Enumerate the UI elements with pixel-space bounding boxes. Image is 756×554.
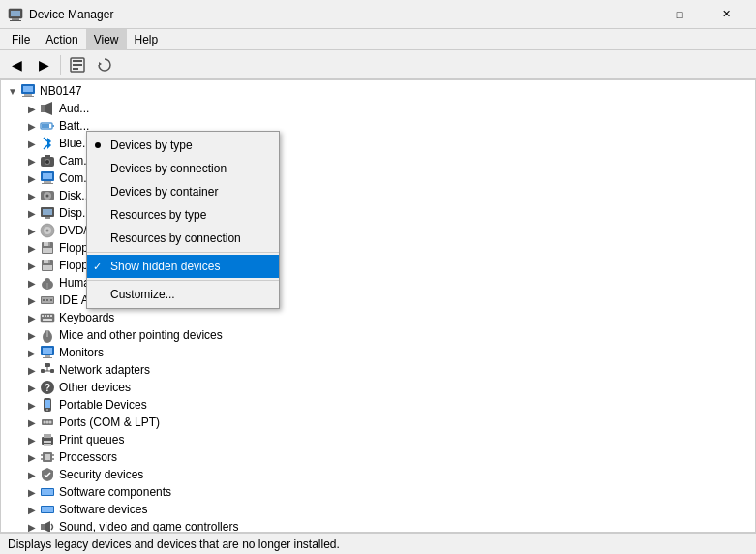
svg-rect-2 <box>12 18 19 20</box>
svg-rect-12 <box>22 96 34 97</box>
menu-resources-by-connection[interactable]: Resources by connection <box>87 227 279 250</box>
list-item[interactable]: ▶ Software components <box>1 483 755 501</box>
properties-button[interactable] <box>65 53 90 77</box>
network-icon <box>40 362 55 378</box>
menu-file[interactable]: File <box>4 29 38 50</box>
svg-rect-63 <box>43 348 52 354</box>
list-item[interactable]: ▶ Print queues <box>1 431 755 448</box>
list-item[interactable]: ▶ Network adapters <box>1 361 755 379</box>
toolbar-separator <box>60 55 61 75</box>
svg-rect-64 <box>45 355 50 357</box>
svg-rect-66 <box>45 363 50 367</box>
tree-arrow: ▶ <box>24 170 40 186</box>
svg-rect-56 <box>47 315 49 317</box>
maximize-button[interactable]: □ <box>657 0 702 29</box>
svg-rect-94 <box>41 524 45 530</box>
svg-point-78 <box>46 421 49 424</box>
svg-point-75 <box>46 409 48 411</box>
tree-arrow: ▶ <box>24 275 40 291</box>
close-button[interactable]: ✕ <box>704 0 748 29</box>
list-item[interactable]: ▶ Keyboards <box>1 309 755 326</box>
tree-item-label: Ports (COM & LPT) <box>59 416 160 429</box>
minimize-button[interactable]: − <box>611 0 655 29</box>
back-button[interactable]: ◀ <box>4 53 29 77</box>
tree-item-label: Aud... <box>59 102 89 115</box>
list-item[interactable]: ▶ Monitors <box>1 344 755 361</box>
list-item[interactable]: ▶ Processors <box>1 448 755 466</box>
menu-separator-2 <box>87 280 279 281</box>
tree-item-label: Security devices <box>59 468 143 481</box>
menu-action[interactable]: Action <box>38 29 85 50</box>
tree-arrow: ▶ <box>24 240 40 256</box>
window-title: Device Manager <box>29 8 611 21</box>
menu-show-hidden[interactable]: Show hidden devices <box>87 255 279 278</box>
processor-icon <box>40 449 55 465</box>
forward-button[interactable]: ▶ <box>31 53 56 77</box>
tree-arrow: ▶ <box>24 345 40 360</box>
tree-item-label: Network adapters <box>59 363 150 377</box>
other-icon: ? <box>40 380 55 395</box>
svg-rect-57 <box>50 315 52 317</box>
list-item[interactable]: ▶ Security devices <box>1 466 755 483</box>
ide-icon <box>40 292 55 308</box>
svg-rect-81 <box>44 434 51 438</box>
window-controls: − □ ✕ <box>611 0 748 29</box>
menu-devices-by-connection[interactable]: Devices by connection <box>87 157 279 180</box>
svg-rect-23 <box>45 155 50 158</box>
display-icon <box>40 205 55 221</box>
keyboard-icon <box>40 310 55 325</box>
list-item[interactable]: ▶ ? Other devices <box>1 379 755 396</box>
mouse-icon <box>40 327 55 343</box>
tree-arrow: ▶ <box>24 153 40 169</box>
list-item[interactable]: ▶ Mice and other pointing devices <box>1 326 755 344</box>
svg-point-77 <box>44 421 46 424</box>
list-item[interactable]: ▶ Aud... <box>1 100 755 117</box>
tree-arrow: ▶ <box>24 519 40 532</box>
tree-arrow: ▶ <box>24 258 40 273</box>
floppy-ctrl-icon <box>40 258 55 273</box>
tree-item-label: Other devices <box>59 381 131 394</box>
list-item[interactable]: ▶ Sound, video and game controllers <box>1 518 755 532</box>
tree-item-label: Mice and other pointing devices <box>59 328 223 342</box>
svg-rect-3 <box>10 20 21 21</box>
svg-line-18 <box>44 138 47 141</box>
svg-rect-25 <box>43 173 52 179</box>
svg-point-22 <box>45 160 49 164</box>
svg-rect-13 <box>41 105 45 112</box>
menu-devices-by-type[interactable]: Devices by type <box>87 134 279 157</box>
menu-devices-by-container[interactable]: Devices by container <box>87 180 279 203</box>
menu-customize[interactable]: Customize... <box>87 283 279 306</box>
menu-view[interactable]: View <box>86 29 127 50</box>
tree-item-label: Software devices <box>59 503 147 516</box>
sound-icon <box>40 519 55 532</box>
svg-marker-95 <box>45 521 50 532</box>
svg-rect-39 <box>48 242 50 246</box>
tree-arrow: ▶ <box>24 397 40 413</box>
menu-help[interactable]: Help <box>127 29 166 50</box>
refresh-button[interactable] <box>92 53 117 77</box>
tree-arrow: ▶ <box>24 188 40 203</box>
dvd-icon <box>40 223 55 238</box>
tree-item-label: Processors <box>59 450 117 464</box>
tree-arrow: ▼ <box>5 83 20 99</box>
list-item[interactable]: ▶ Ports (COM & LPT) <box>1 414 755 431</box>
bluetooth-icon <box>40 136 55 151</box>
list-item[interactable]: ▶ Software devices <box>1 501 755 518</box>
list-item[interactable]: ▶ Portable Devices <box>1 396 755 414</box>
svg-rect-6 <box>73 64 82 66</box>
tree-root[interactable]: ▼ NB0147 <box>1 82 755 100</box>
svg-rect-85 <box>45 454 50 460</box>
svg-point-50 <box>43 299 45 301</box>
floppy-icon <box>40 240 55 256</box>
svg-marker-8 <box>99 62 102 66</box>
portable-icon <box>40 397 55 413</box>
tree-item-label: Monitors <box>59 346 104 359</box>
hid-icon <box>40 275 55 291</box>
status-text: Displays legacy devices and devices that… <box>8 538 340 551</box>
ports-icon <box>40 415 55 430</box>
svg-point-36 <box>46 230 49 232</box>
svg-rect-44 <box>43 265 52 270</box>
tree-arrow: ▶ <box>24 118 40 134</box>
svg-text:?: ? <box>45 383 50 393</box>
menu-resources-by-type[interactable]: Resources by type <box>87 203 279 227</box>
